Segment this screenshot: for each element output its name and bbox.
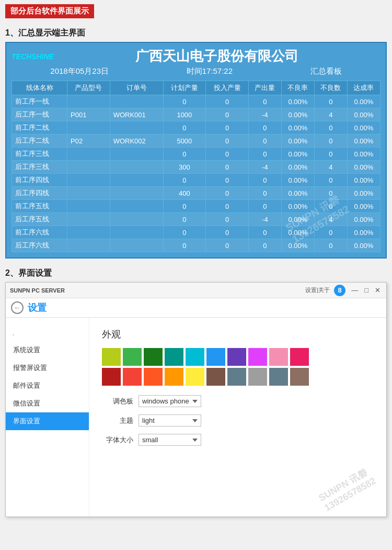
- table-row: 后工序四线400000.00%00.00%: [12, 187, 381, 200]
- table-row: 前工序四线0000.00%00.00%: [12, 174, 381, 187]
- color-palette-row: 调色板 windows phonedefaultmetro: [102, 395, 374, 407]
- font-size-select[interactable]: smallmediumlarge: [139, 434, 201, 446]
- font-size-label: 字体大小: [102, 435, 133, 445]
- win-sidebar: · 系统设置报警屏设置邮件设置微信设置界面设置: [6, 318, 89, 517]
- color-grid: [102, 348, 311, 386]
- theme-row: 主题 lightdark: [102, 414, 374, 426]
- sidebar-nav-item[interactable]: 系统设置: [6, 341, 89, 359]
- table-row: 前工序三线0000.00%00.00%: [12, 148, 381, 161]
- color-swatch[interactable]: [165, 368, 183, 386]
- dashboard-board: 汇总看板: [310, 66, 342, 76]
- sidebar-dot: ·: [6, 328, 89, 341]
- page-header: 部分后台软件界面展示: [5, 4, 94, 18]
- table-header: 订单号: [110, 81, 163, 95]
- dashboard-table: 线体名称产品型号订单号计划产量投入产量产出量不良率不良数达成率 前工序一线000…: [11, 81, 381, 252]
- section1-title: 1、汇总显示端主界面: [5, 28, 387, 39]
- win-title-text: SUNPN PC SERVER: [10, 287, 65, 294]
- table-header: 投入产量: [206, 81, 249, 95]
- color-swatch[interactable]: [290, 348, 309, 366]
- color-swatch[interactable]: [227, 368, 246, 386]
- color-palette-label: 调色板: [102, 397, 133, 406]
- color-swatch[interactable]: [248, 368, 267, 386]
- color-swatch[interactable]: [144, 368, 163, 386]
- back-button[interactable]: ←: [11, 301, 24, 314]
- color-swatch[interactable]: [123, 348, 142, 366]
- table-row: 前工序五线0000.00%00.00%: [12, 200, 381, 213]
- color-swatch[interactable]: [269, 368, 288, 386]
- win-main: 外观 调色板 windows phonedefaultmetro 主题 ligh…: [89, 318, 386, 517]
- color-swatch[interactable]: [144, 348, 163, 366]
- table-row: 前工序六线0000.00%00.00%: [12, 226, 381, 239]
- win-icon: 8: [334, 285, 345, 296]
- dashboard-date-row: 2018年05月23日 时间17:57:22 汇总看板: [11, 66, 381, 76]
- win-close-btn[interactable]: ✕: [373, 286, 382, 294]
- color-swatch[interactable]: [290, 368, 309, 386]
- color-swatch[interactable]: [165, 348, 183, 366]
- color-swatch[interactable]: [248, 348, 267, 366]
- font-size-row: 字体大小 smallmediumlarge: [102, 434, 374, 446]
- table-header: 不良数: [314, 81, 347, 95]
- win-minimize-btn[interactable]: —: [350, 286, 360, 294]
- theme-label: 主题: [102, 416, 133, 425]
- color-swatch[interactable]: [102, 368, 121, 386]
- table-row: 前工序一线0000.00%00.00%: [12, 95, 381, 108]
- color-swatch[interactable]: [102, 348, 121, 366]
- color-swatch[interactable]: [186, 368, 204, 386]
- table-row: 后工序六线0000.00%00.00%: [12, 239, 381, 252]
- sidebar-nav-item[interactable]: 邮件设置: [6, 377, 89, 395]
- settings-window: SUNPN PC SERVER 设置|关于 8 — □ ✕ ← 设置 · 系统设…: [5, 282, 387, 517]
- sidebar-nav-item[interactable]: 报警屏设置: [6, 359, 89, 377]
- brand-logo: TECHSHINE: [11, 52, 54, 61]
- win-content: · 系统设置报警屏设置邮件设置微信设置界面设置 外观 调色板 windows p…: [6, 318, 386, 517]
- win-menu-links[interactable]: 设置|关于: [305, 286, 330, 294]
- win-maximize-btn[interactable]: □: [363, 286, 370, 294]
- color-palette-select[interactable]: windows phonedefaultmetro: [139, 395, 201, 407]
- dashboard-time: 时间17:57:22: [187, 66, 233, 76]
- win-toolbar: ← 设置: [6, 298, 386, 318]
- color-swatch[interactable]: [123, 368, 142, 386]
- table-row: 后工序一线P001WORK00110000-40.00%40.00%: [12, 108, 381, 121]
- table-header: 线体名称: [12, 81, 67, 95]
- table-header: 产品型号: [67, 81, 110, 95]
- appearance-title: 外观: [102, 328, 374, 341]
- table-row: 后工序五线00-40.00%40.00%: [12, 213, 381, 226]
- company-name: 广西天山电子股份有限公司: [54, 47, 381, 65]
- table-header: 产出量: [248, 81, 281, 95]
- color-swatch[interactable]: [206, 368, 225, 386]
- settings-form: 调色板 windows phonedefaultmetro 主题 lightda…: [102, 395, 374, 446]
- table-row: 前工序二线0000.00%00.00%: [12, 121, 381, 134]
- table-header: 达成率: [347, 81, 380, 95]
- color-swatch[interactable]: [206, 348, 225, 366]
- sidebar-nav-item[interactable]: 界面设置: [6, 412, 89, 430]
- win-titlebar: SUNPN PC SERVER 设置|关于 8 — □ ✕: [6, 283, 386, 298]
- settings-watermark: SUNPN 讯磐 13926578582: [316, 464, 378, 513]
- settings-page-label: 设置: [28, 301, 47, 314]
- color-swatch[interactable]: [186, 348, 204, 366]
- theme-select[interactable]: lightdark: [139, 414, 201, 426]
- color-swatch[interactable]: [269, 348, 288, 366]
- dashboard-container: TECHSHINE 广西天山电子股份有限公司 2018年05月23日 时间17:…: [5, 42, 387, 259]
- table-row: 后工序三线3000-40.00%40.00%: [12, 161, 381, 174]
- table-header: 不良率: [281, 81, 314, 95]
- dashboard-date: 2018年05月23日: [50, 66, 109, 76]
- color-swatch[interactable]: [227, 348, 246, 366]
- table-header: 计划产量: [163, 81, 206, 95]
- sidebar-nav-item[interactable]: 微信设置: [6, 395, 89, 412]
- table-row: 后工序二线P02WORK0025000000.00%00.00%: [12, 134, 381, 148]
- section2-title: 2、界面设置: [5, 268, 387, 279]
